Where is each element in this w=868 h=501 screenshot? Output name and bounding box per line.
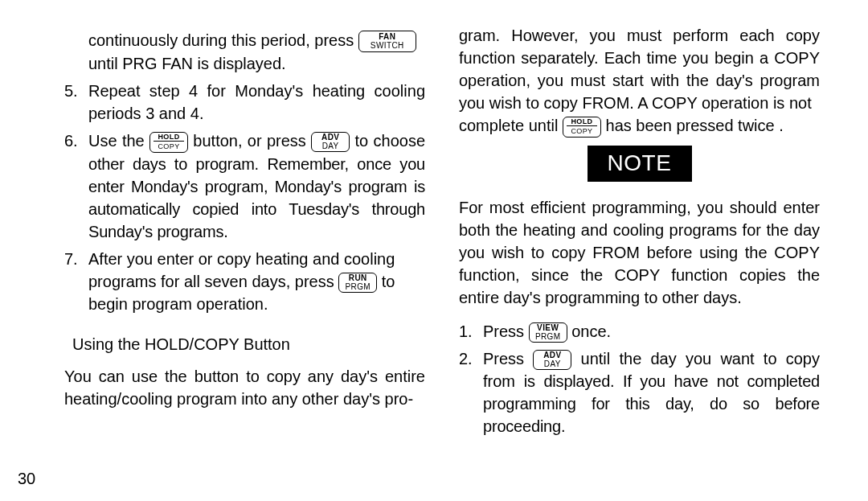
btn-top: ADV (543, 351, 561, 359)
btn-bottom: PRGM (535, 332, 561, 341)
hold-copy-button-icon: HOLD COPY (149, 132, 188, 153)
spacer (64, 29, 88, 75)
text: continuously during this period, press (88, 31, 354, 49)
fan-switch-button-icon: FAN SWITCH (358, 31, 416, 52)
list-number: 7. (64, 248, 88, 315)
btn-top: VIEW (537, 324, 559, 332)
text: once. (571, 322, 611, 340)
list-number: 2. (459, 347, 483, 437)
text: begin program operation. (88, 295, 268, 313)
right-column: gram. However, you must perform each cop… (454, 24, 820, 485)
btn-bottom: DAY (544, 359, 561, 368)
step5: 5. Repeat step 4 for Monday's heating co… (64, 80, 425, 125)
text: until PRG FAN is displayed. (88, 55, 286, 72)
btn-top: FAN (379, 33, 395, 41)
adv-day-button-icon: ADV DAY (311, 132, 350, 152)
text: programs for all seven days, press (88, 273, 334, 290)
step6: 6. Use the HOLD COPY button, or press AD… (64, 129, 425, 243)
text: other days to program. Remember, once yo… (88, 155, 425, 240)
step4-continuation: continuously during this period, press F… (64, 29, 425, 75)
view-prgm-button-icon: VIEW PRGM (529, 322, 567, 343)
btn-top: RUN (349, 274, 367, 282)
hold-copy-paragraph: You can use the button to copy any day's… (64, 365, 425, 410)
list-number: 5. (64, 80, 88, 125)
body-text: Repeat step 4 for Monday's heating cooli… (88, 80, 425, 125)
text: Press (483, 350, 524, 368)
hold-copy-button-icon: HOLD COPY (563, 117, 601, 138)
copy-step2: 2. Press ADV DAY until the day you want … (459, 347, 820, 437)
list-number: 6. (64, 129, 88, 243)
body-text: continuously during this period, press F… (88, 29, 425, 75)
btn-bottom: PRGM (345, 282, 371, 291)
left-column: continuously during this period, press F… (64, 24, 430, 485)
btn-bottom: COPY (158, 142, 179, 150)
copy-paragraph: gram. However, you must perform each cop… (459, 24, 820, 138)
text: complete until (459, 117, 558, 134)
run-prgm-button-icon: RUN PRGM (338, 273, 377, 293)
text: has been pressed twice . (606, 117, 784, 134)
note-badge: NOTE (588, 146, 692, 182)
note-paragraph: For most efficient programming, you shou… (459, 196, 820, 309)
text: is displayed. If you have not completed … (483, 372, 820, 435)
btn-bottom: COPY (571, 126, 592, 135)
text: button, or press (193, 132, 306, 150)
manual-page: continuously during this period, press F… (0, 0, 868, 501)
body-text: After you enter or copy heating and cool… (88, 248, 425, 315)
btn-top: ADV (321, 133, 339, 142)
copy-step1: 1. Press VIEW PRGM once. (459, 320, 820, 343)
body-text: Press ADV DAY until the day you want to … (483, 347, 820, 437)
adv-day-button-icon: ADV DAY (533, 350, 571, 370)
page-number: 30 (18, 467, 35, 490)
text: After you enter or copy heating and cool… (88, 250, 395, 268)
text: gram. However, you must perform each cop… (459, 27, 820, 112)
btn-bottom: SWITCH (371, 41, 404, 50)
text: Use the (88, 132, 145, 150)
list-number: 1. (459, 320, 483, 343)
text: to (382, 273, 395, 290)
body-text: Press VIEW PRGM once. (483, 320, 820, 343)
btn-top: HOLD (154, 133, 184, 142)
text: Press (483, 322, 524, 340)
body-text: Use the HOLD COPY button, or press ADV D… (88, 129, 425, 243)
btn-top: HOLD (567, 118, 597, 127)
btn-bottom: DAY (322, 142, 339, 150)
subheading-hold-copy: Using the HOLD/COPY Button (72, 333, 425, 355)
text: to choose (355, 132, 426, 150)
step7: 7. After you enter or copy heating and c… (64, 248, 425, 315)
